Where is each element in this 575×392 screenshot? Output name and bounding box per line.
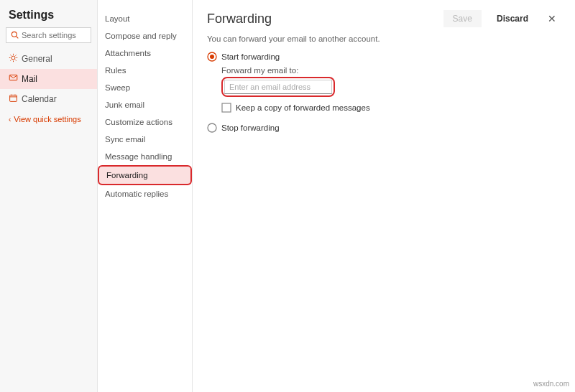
sidebar-item-mail[interactable]: Mail xyxy=(0,69,97,89)
subnav-item-junk[interactable]: Junk email xyxy=(98,96,192,113)
forward-to-label: Forward my email to: xyxy=(221,66,561,75)
calendar-icon xyxy=(9,93,22,105)
stop-forwarding-label: Stop forwarding xyxy=(221,123,280,132)
stop-forwarding-option[interactable]: Stop forwarding xyxy=(207,123,561,133)
settings-title: Settings xyxy=(0,6,97,27)
checkbox-unchecked-icon xyxy=(221,103,231,113)
start-forwarding-option[interactable]: Start forwarding xyxy=(207,52,561,62)
svg-rect-4 xyxy=(10,95,17,101)
forward-email-input[interactable] xyxy=(224,80,332,94)
mail-icon xyxy=(9,73,22,85)
sidebar-item-label: Mail xyxy=(22,74,37,84)
svg-rect-10 xyxy=(222,103,231,112)
forwarding-description: You can forward your email to another ac… xyxy=(207,34,561,43)
keep-copy-label: Keep a copy of forwarded messages xyxy=(236,103,370,112)
main-content: Forwarding Save Discard ✕ You can forwar… xyxy=(193,0,575,392)
save-button: Save xyxy=(443,10,482,27)
mail-subnav: Layout Compose and reply Attachments Rul… xyxy=(98,0,193,392)
sidebar-item-label: Calendar xyxy=(22,94,57,104)
subnav-item-rules[interactable]: Rules xyxy=(98,62,192,79)
quick-settings-label: View quick settings xyxy=(14,115,80,123)
svg-point-0 xyxy=(12,32,17,37)
subnav-item-forwarding[interactable]: Forwarding xyxy=(98,165,192,185)
page-title: Forwarding xyxy=(207,11,272,27)
sidebar-item-label: General xyxy=(22,54,52,64)
header-actions: Save Discard ✕ xyxy=(443,10,561,27)
svg-point-11 xyxy=(208,123,216,132)
subnav-item-customize[interactable]: Customize actions xyxy=(98,113,192,131)
subnav-item-sync[interactable]: Sync email xyxy=(98,131,192,148)
keep-copy-option[interactable]: Keep a copy of forwarded messages xyxy=(221,103,561,113)
subnav-item-handling[interactable]: Message handling xyxy=(98,148,192,165)
view-quick-settings-link[interactable]: ‹ View quick settings xyxy=(0,109,97,129)
radio-unselected-icon xyxy=(207,123,217,133)
subnav-item-layout[interactable]: Layout xyxy=(98,10,192,27)
subnav-item-autoreplies[interactable]: Automatic replies xyxy=(98,185,192,202)
svg-point-2 xyxy=(12,56,15,60)
search-settings-input[interactable] xyxy=(6,27,91,43)
chevron-left-icon: ‹ xyxy=(9,116,11,123)
settings-sidebar: Settings General Mail Cale xyxy=(0,0,98,392)
gear-icon xyxy=(9,53,22,65)
sidebar-item-general[interactable]: General xyxy=(0,49,97,69)
email-input-highlight xyxy=(221,77,335,97)
search-icon xyxy=(11,31,19,40)
subnav-item-attachments[interactable]: Attachments xyxy=(98,45,192,62)
svg-point-9 xyxy=(210,55,214,59)
subnav-item-compose[interactable]: Compose and reply xyxy=(98,27,192,45)
radio-selected-icon xyxy=(207,52,217,62)
discard-button[interactable]: Discard xyxy=(487,10,538,27)
attribution-text: wsxdn.com xyxy=(533,380,569,388)
close-button[interactable]: ✕ xyxy=(543,11,561,26)
start-forwarding-label: Start forwarding xyxy=(221,52,280,61)
sidebar-item-calendar[interactable]: Calendar xyxy=(0,89,97,109)
subnav-item-sweep[interactable]: Sweep xyxy=(98,79,192,96)
svg-line-1 xyxy=(17,36,19,38)
